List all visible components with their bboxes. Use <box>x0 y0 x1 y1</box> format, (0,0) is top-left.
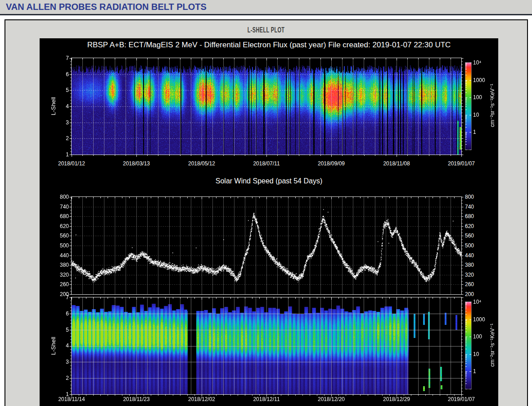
axis-tick-label: 740 <box>465 204 479 210</box>
title-rule <box>0 14 532 15</box>
flux-colorbar <box>464 300 473 391</box>
flux-past-54-days-spectrogram <box>69 295 464 397</box>
axis-tick-label: 2018/01/12 <box>51 160 92 167</box>
colorbar-unit-label: cm⁻²sr⁻¹s⁻¹KeV⁻¹ <box>489 309 496 381</box>
y-axis-label: L-Shell <box>50 328 57 364</box>
page-title: VAN ALLEN PROBES RADIATION BELT PLOTS <box>6 2 207 12</box>
axis-tick-label: 2018/12/02 <box>181 396 222 402</box>
colorbar-tick-label: 10⁴ <box>473 59 494 66</box>
section-title-wrap: L-SHELL PLOT <box>5 26 527 34</box>
axis-tick-label: 620 <box>465 223 479 229</box>
axis-tick-label: 5 <box>58 87 69 93</box>
axis-tick-label: 380 <box>54 262 69 268</box>
section-title: L-SHELL PLOT <box>248 26 285 34</box>
axis-tick-label: 500 <box>465 242 479 249</box>
axis-tick-label: 620 <box>54 223 69 229</box>
flux-year-plot-title: RBSP A+B: ECT/MagEIS 2 MeV - Differentia… <box>40 41 498 50</box>
axis-tick-label: 2018/11/23 <box>116 396 157 402</box>
axis-tick-label: 2018/03/13 <box>116 160 157 167</box>
axis-tick-label: 800 <box>54 194 69 200</box>
header-band: VAN ALLEN PROBES RADIATION BELT PLOTS <box>0 0 532 14</box>
axis-tick-label: 2018/12/11 <box>246 396 287 402</box>
axis-tick-label: 7 <box>58 55 69 61</box>
axis-tick-label: 2 <box>58 375 69 381</box>
content-panel: L-SHELL PLOT RBSP A+B: ECT/MagEIS 2 MeV … <box>5 19 528 406</box>
radiation-belt-plots-image: RBSP A+B: ECT/MagEIS 2 MeV - Differentia… <box>40 38 498 406</box>
axis-tick-label: 2018/07/11 <box>246 160 287 167</box>
axis-tick-label: 560 <box>54 233 69 239</box>
axis-tick-label: 560 <box>465 233 479 239</box>
van-allen-probes-page: { "page": { "title": "VAN ALLEN PROBES R… <box>0 0 532 406</box>
axis-tick-label: 260 <box>54 281 69 287</box>
axis-tick-label: 260 <box>465 281 479 287</box>
axis-tick-label: 680 <box>465 213 479 219</box>
axis-tick-label: 740 <box>54 204 69 210</box>
flux-past-year-spectrogram <box>69 55 464 157</box>
axis-tick-label: 6 <box>58 310 69 317</box>
axis-tick-label: 320 <box>54 272 69 278</box>
axis-tick-label: 440 <box>54 252 69 259</box>
axis-tick-label: 2018/09/09 <box>311 160 352 167</box>
colorbar-unit-label: cm⁻²sr⁻¹s⁻¹KeV⁻¹ <box>489 69 496 141</box>
axis-tick-label: 1 <box>58 151 69 158</box>
axis-tick-label: 200 <box>465 291 479 297</box>
axis-tick-label: 320 <box>465 272 479 278</box>
axis-tick-label: 4 <box>58 342 69 349</box>
axis-tick-label: 440 <box>465 252 479 259</box>
y-axis-label: L-Shell <box>50 88 57 124</box>
axis-tick-label: 4 <box>58 103 69 109</box>
axis-tick-label: 2019/01/07 <box>441 160 482 167</box>
flux-colorbar <box>464 61 473 151</box>
solar-wind-plot-title: Solar Wind Speed (past 54 Days) <box>40 177 498 185</box>
axis-tick-label: 2018/11/08 <box>376 160 417 167</box>
axis-tick-label: 2018/11/14 <box>51 396 92 402</box>
colorbar-tick-label: 10⁴ <box>473 299 494 305</box>
axis-tick-label: 2 <box>58 135 69 141</box>
axis-tick-label: 680 <box>54 213 69 219</box>
axis-tick-label: 800 <box>465 194 479 200</box>
axis-tick-label: 3 <box>58 119 69 126</box>
axis-tick-label: 380 <box>465 262 479 268</box>
axis-tick-label: 6 <box>58 71 69 78</box>
axis-tick-label: 2018/12/29 <box>376 396 417 402</box>
axis-tick-label: 500 <box>54 242 69 249</box>
axis-tick-label: 7 <box>58 294 69 301</box>
axis-tick-label: 2018/05/12 <box>181 160 222 167</box>
axis-tick-label: 2019/01/07 <box>441 396 482 402</box>
axis-tick-label: 3 <box>58 359 69 365</box>
axis-tick-label: 5 <box>58 327 69 333</box>
solar-wind-speed-plot <box>69 194 464 297</box>
axis-tick-label: 2018/12/20 <box>311 396 352 402</box>
